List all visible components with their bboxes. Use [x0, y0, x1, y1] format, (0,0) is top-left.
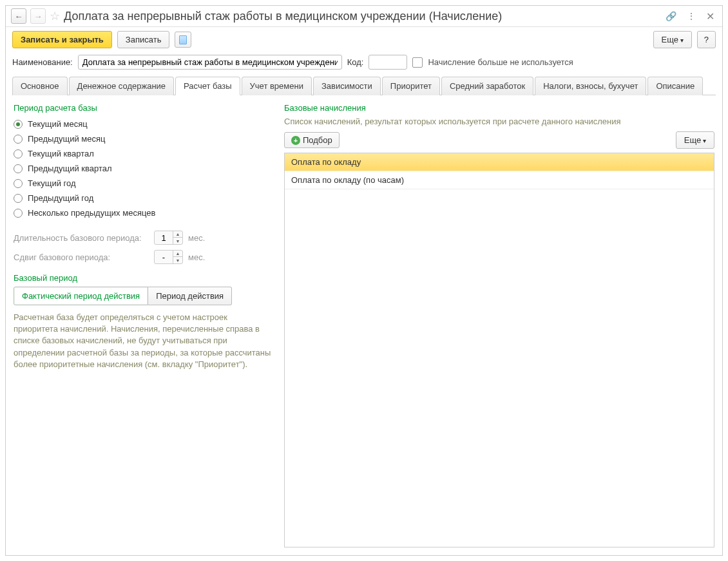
- tab-4[interactable]: Зависимости: [313, 77, 381, 95]
- base-period-toggle: Фактический период действия Период дейст…: [14, 287, 271, 305]
- toggle-action-period[interactable]: Период действия: [148, 287, 232, 305]
- tab-7[interactable]: Налоги, взносы, бухучет: [535, 77, 646, 95]
- left-column: Период расчета базы Текущий месяцПредыду…: [14, 103, 271, 547]
- close-icon[interactable]: ✕: [704, 9, 717, 24]
- duration-spinner[interactable]: ▲ ▼: [154, 231, 183, 245]
- tab-5[interactable]: Приоритет: [382, 77, 440, 95]
- save-and-close-button[interactable]: Записать и закрыть: [12, 31, 112, 48]
- period-radio-group: Текущий месяцПредыдущий месяцТекущий ква…: [14, 117, 271, 220]
- window-title: Доплата за непрерывный стаж работы в мед…: [64, 10, 659, 23]
- right-toolbar: + Подбор Еще: [284, 131, 714, 149]
- radio-label: Предыдущий год: [28, 193, 93, 203]
- kebab-menu-icon[interactable]: ⋮: [684, 10, 698, 23]
- help-button[interactable]: ?: [697, 31, 716, 48]
- document-icon: [179, 35, 187, 44]
- right-column: Базовые начисления Список начислений, ре…: [284, 103, 714, 547]
- duration-row: Длительность базового периода: ▲ ▼ мес.: [14, 228, 271, 247]
- name-input[interactable]: [78, 55, 342, 70]
- radio-icon: [14, 149, 23, 158]
- period-radio-1[interactable]: Предыдущий месяц: [14, 131, 271, 146]
- radio-label: Текущий квартал: [28, 149, 94, 158]
- document-icon-button[interactable]: [175, 32, 191, 48]
- toggle-actual-period[interactable]: Фактический период действия: [14, 287, 148, 305]
- tab-8[interactable]: Описание: [647, 77, 703, 95]
- add-selection-label: Подбор: [303, 135, 332, 145]
- table-row[interactable]: Оплата по окладу: [285, 153, 714, 171]
- base-accruals-title: Базовые начисления: [284, 103, 714, 113]
- titlebar: ← → ☆ Доплата за непрерывный стаж работы…: [6, 6, 722, 27]
- radio-label: Текущий месяц: [28, 119, 88, 129]
- left-description: Расчетная база будет определяться с учет…: [14, 312, 271, 370]
- period-radio-3[interactable]: Предыдущий квартал: [14, 161, 271, 176]
- period-radio-5[interactable]: Предыдущий год: [14, 191, 271, 205]
- tab-1[interactable]: Денежное содержание: [69, 77, 174, 95]
- duration-label: Длительность базового периода:: [14, 233, 149, 243]
- radio-label: Предыдущий месяц: [28, 134, 106, 144]
- tab-6[interactable]: Средний заработок: [441, 77, 533, 95]
- main-toolbar: Записать и закрыть Записать Еще ?: [6, 27, 722, 52]
- nav-forward-button[interactable]: →: [30, 8, 46, 24]
- more-button[interactable]: Еще: [653, 31, 692, 48]
- shift-spinner[interactable]: ▲ ▼: [154, 250, 183, 264]
- shift-label: Сдвиг базового периода:: [14, 252, 149, 262]
- duration-input[interactable]: [155, 232, 173, 244]
- right-more-button[interactable]: Еще: [676, 131, 714, 149]
- radio-icon: [14, 194, 23, 203]
- radio-label: Несколько предыдущих месяцев: [28, 208, 155, 218]
- code-label: Код:: [347, 57, 364, 67]
- period-radio-4[interactable]: Текущий год: [14, 176, 271, 191]
- table-row[interactable]: Оплата по окладу (по часам): [285, 171, 714, 189]
- tab-3[interactable]: Учет времени: [242, 77, 312, 95]
- period-radio-2[interactable]: Текущий квартал: [14, 146, 271, 161]
- shift-unit: мес.: [188, 252, 205, 262]
- accruals-table[interactable]: Оплата по окладуОплата по окладу (по час…: [284, 153, 714, 547]
- shift-down-button[interactable]: ▼: [173, 257, 182, 263]
- not-used-label: Начисление больше не используется: [428, 57, 573, 67]
- content-area: Период расчета базы Текущий месяцПредыду…: [6, 95, 722, 555]
- radio-label: Текущий год: [28, 178, 76, 188]
- window-frame: ← → ☆ Доплата за непрерывный стаж работы…: [5, 5, 723, 556]
- link-icon[interactable]: 🔗: [663, 10, 679, 23]
- radio-icon: [14, 164, 23, 173]
- tab-bar: ОсновноеДенежное содержаниеРасчет базыУч…: [12, 76, 716, 95]
- base-accruals-description: Список начислений, результат которых исп…: [284, 117, 714, 126]
- tab-2[interactable]: Расчет базы: [175, 77, 240, 95]
- code-input[interactable]: [369, 55, 407, 70]
- shift-input[interactable]: [155, 251, 173, 263]
- period-radio-0[interactable]: Текущий месяц: [14, 117, 271, 131]
- plus-icon: +: [291, 136, 300, 145]
- radio-icon: [14, 135, 23, 144]
- duration-unit: мес.: [188, 233, 205, 243]
- base-period-title: Базовый период: [14, 273, 271, 283]
- period-section-title: Период расчета базы: [14, 103, 271, 113]
- radio-icon: [14, 120, 23, 129]
- tab-0[interactable]: Основное: [12, 77, 68, 95]
- fields-row: Наименование: Код: Начисление больше не …: [6, 52, 722, 76]
- not-used-checkbox[interactable]: [412, 57, 423, 68]
- name-label: Наименование:: [12, 57, 73, 67]
- shift-row: Сдвиг базового периода: ▲ ▼ мес.: [14, 247, 271, 267]
- nav-back-button[interactable]: ←: [11, 8, 26, 24]
- radio-icon: [14, 179, 23, 188]
- radio-label: Предыдущий квартал: [28, 164, 112, 173]
- add-selection-button[interactable]: + Подбор: [284, 132, 340, 148]
- radio-icon: [14, 209, 23, 218]
- save-button[interactable]: Записать: [117, 31, 170, 48]
- duration-down-button[interactable]: ▼: [173, 238, 182, 244]
- duration-up-button[interactable]: ▲: [173, 231, 182, 238]
- favorite-star-icon[interactable]: ☆: [50, 9, 60, 23]
- shift-up-button[interactable]: ▲: [173, 251, 182, 257]
- period-radio-6[interactable]: Несколько предыдущих месяцев: [14, 205, 271, 220]
